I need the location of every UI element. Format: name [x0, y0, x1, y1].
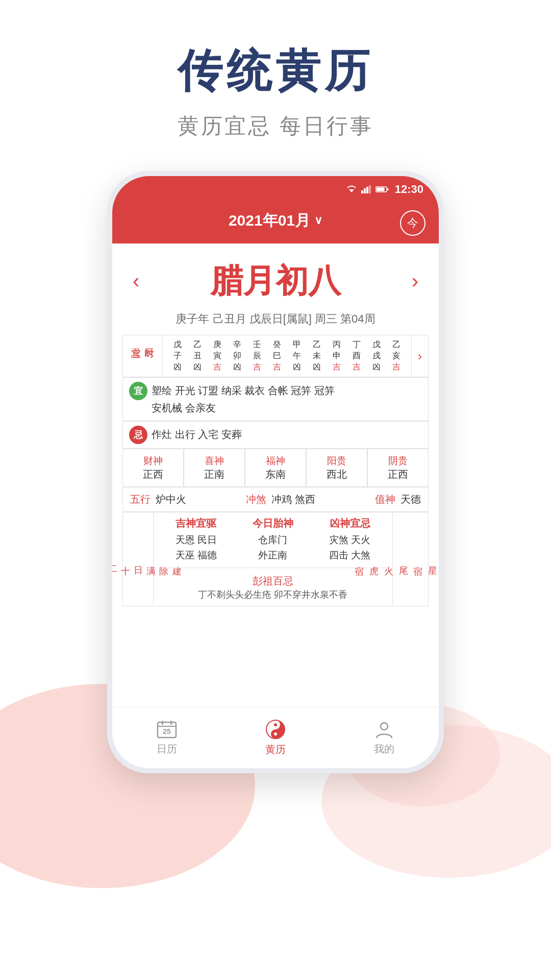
- xiong-shen-content: 灾煞 天火四击 大煞: [312, 532, 387, 564]
- god-fusheng-value: 东南: [247, 468, 304, 481]
- god-yanggui-value: 西北: [309, 468, 365, 481]
- jianchu-col: 建除满日十二神: [123, 512, 154, 606]
- svg-rect-3: [366, 187, 368, 193]
- dropdown-icon: ∨: [314, 214, 322, 227]
- yi-row: 宜 塑绘 开光 订盟 纳采 裁衣 合帐 冠笄 冠笄安机械 会亲友: [122, 377, 429, 421]
- today-button[interactable]: 今: [400, 210, 425, 236]
- ji-row: 忌 作灶 出行 入宅 安葬: [122, 421, 429, 449]
- zhishen-label: 值神: [375, 493, 395, 506]
- god-yingui: 阴贵 正西: [367, 449, 429, 487]
- yinyang-icon: [265, 719, 286, 740]
- peng-zu-block: 彭祖百忌 丁不剃头头必生疮 卯不穿井水泉不香: [159, 568, 387, 602]
- main-content: ‹ 腊月初八 › 庚子年 己丑月 戊辰日[属鼠] 周三 第04周 时辰宜忌: [112, 243, 439, 707]
- svg-rect-1: [361, 190, 363, 193]
- svg-marker-0: [349, 189, 354, 192]
- svg-rect-2: [364, 188, 366, 193]
- svg-point-14: [274, 723, 277, 726]
- svg-rect-10: [162, 721, 163, 725]
- yi-badge: 宜: [129, 382, 147, 400]
- day-header: ‹ 腊月初八 ›: [122, 243, 429, 308]
- status-bar: 12:30: [112, 176, 439, 203]
- tai-shen-content: 仓库门外正南: [236, 532, 311, 564]
- xiong-shen-block: 凶神宜忌 灾煞 天火四击 大煞: [312, 517, 387, 564]
- next-day-button[interactable]: ›: [412, 270, 418, 292]
- wuxing-row: 五行 炉中火 冲煞 冲鸡 煞西 值神 天德: [122, 487, 429, 512]
- nav-mine-label: 我的: [374, 742, 394, 756]
- peng-zu-content: 丁不剃头头必生疮 卯不穿井水泉不香: [159, 588, 387, 602]
- nav-huangli-label: 黄历: [265, 743, 286, 756]
- ji-badge: 忌: [129, 426, 147, 444]
- tai-shen-title: 今日胎神: [236, 517, 311, 530]
- calendar-icon: 25: [157, 720, 177, 739]
- shichen-row: 时辰宜忌 戊乙庚辛壬癸甲乙丙丁戊乙 子丑寅卯辰巳午未申酉戌亥 凶凶吉凶吉吉凶凶吉…: [123, 335, 429, 377]
- bottom-info-section: 建除满日十二神 吉神宜驱 天恩 民日天巫 福德 今日胎神 仓库: [122, 512, 429, 606]
- prev-day-button[interactable]: ‹: [133, 270, 139, 292]
- svg-rect-11: [170, 721, 172, 725]
- ji-shen-title: 吉神宜驱: [159, 517, 234, 530]
- wifi-icon: [346, 185, 357, 193]
- nav-calendar-label: 日历: [157, 742, 177, 756]
- zhishen-value: 天德: [400, 493, 421, 506]
- month-text: 2021年01月: [229, 210, 310, 231]
- god-xisheng-value: 正南: [186, 468, 242, 481]
- god-fusheng-name: 福神: [247, 454, 304, 468]
- yi-content: 塑绘 开光 订盟 纳采 裁衣 合帐 冠笄 冠笄安机械 会亲友: [152, 382, 422, 416]
- day-sub-info: 庚子年 己丑月 戊辰日[属鼠] 周三 第04周: [122, 308, 429, 335]
- xiong-shen-title: 凶神宜忌: [312, 517, 387, 530]
- app-month-header: 2021年01月 ∨ 今: [112, 203, 439, 243]
- month-display[interactable]: 2021年01月 ∨: [229, 210, 322, 231]
- bottom-nav: 25 日历 黄历: [112, 707, 439, 768]
- god-yanggui-name: 阳贵: [309, 454, 365, 468]
- status-icons: [346, 185, 389, 193]
- signal-icon: [361, 185, 371, 193]
- svg-rect-6: [376, 188, 384, 191]
- app-header-section: 传统黄历 黄历宜忌 每日行事: [0, 0, 551, 161]
- shichen-table: 时辰宜忌 戊乙庚辛壬癸甲乙丙丁戊乙 子丑寅卯辰巳午未申酉戌亥 凶凶吉凶吉吉凶凶吉…: [122, 335, 429, 377]
- nav-item-mine[interactable]: 我的: [330, 720, 439, 756]
- god-xisheng-name: 喜神: [186, 454, 242, 468]
- app-title: 传统黄历: [0, 41, 551, 102]
- god-caisheng-value: 正西: [125, 468, 181, 481]
- wuxing-value: 炉中火: [156, 493, 186, 506]
- peng-zu-title: 彭祖百忌: [159, 574, 387, 588]
- svg-point-16: [381, 723, 388, 730]
- middle-col: 吉神宜驱 天恩 民日天巫 福德 今日胎神 仓库门外正南 凶神宜忌 灾煞 天火四击…: [154, 512, 392, 606]
- god-fusheng: 福神 东南: [245, 449, 306, 487]
- nav-item-huangli[interactable]: 黄历: [221, 719, 330, 756]
- gods-row: 财神 正西 喜神 正南 福神 东南 阳贵 西北: [122, 449, 429, 487]
- svg-text:25: 25: [163, 727, 171, 736]
- god-yingui-value: 正西: [370, 468, 426, 481]
- phone-mockup: 12:30 2021年01月 ∨ 今 ‹ 腊月初八 › 庚子年 己: [107, 171, 444, 773]
- god-caisheng-name: 财神: [125, 454, 181, 468]
- svg-rect-7: [387, 188, 388, 190]
- xiu-col: 二八星宿尾火虎宿: [392, 512, 428, 606]
- svg-rect-9: [158, 726, 176, 727]
- battery-icon: [375, 186, 389, 193]
- god-xisheng: 喜神 正南: [184, 449, 245, 487]
- ji-shen-block: 吉神宜驱 天恩 民日天巫 福德: [159, 517, 234, 564]
- god-caisheng: 财神 正西: [122, 449, 184, 487]
- shichen-more-arrow[interactable]: ›: [418, 349, 422, 363]
- ji-shen-content: 天恩 民日天巫 福德: [159, 532, 234, 564]
- ji-content: 作灶 出行 入宅 安葬: [152, 426, 422, 443]
- wuxing-label: 五行: [130, 493, 151, 506]
- chong-label: 冲煞: [246, 493, 266, 506]
- person-icon: [374, 720, 394, 739]
- tai-shen-block: 今日胎神 仓库门外正南: [236, 517, 311, 564]
- phone-screen: 12:30 2021年01月 ∨ 今 ‹ 腊月初八 › 庚子年 己: [112, 176, 439, 768]
- god-yanggui: 阳贵 西北: [306, 449, 367, 487]
- app-subtitle: 黄历宜忌 每日行事: [0, 112, 551, 140]
- chong-value: 冲鸡 煞西: [271, 493, 315, 506]
- nav-item-calendar[interactable]: 25 日历: [112, 720, 221, 756]
- svg-point-15: [274, 732, 277, 736]
- shichen-grid: 戊乙庚辛壬癸甲乙丙丁戊乙 子丑寅卯辰巳午未申酉戌亥 凶凶吉凶吉吉凶凶吉吉凶吉: [168, 339, 406, 373]
- status-time: 12:30: [395, 183, 423, 196]
- lunar-day-name: 腊月初八: [210, 259, 341, 303]
- phone-container: 12:30 2021年01月 ∨ 今 ‹ 腊月初八 › 庚子年 己: [0, 171, 551, 773]
- god-yingui-name: 阴贵: [370, 454, 426, 468]
- svg-rect-4: [369, 185, 371, 193]
- shen-grid: 吉神宜驱 天恩 民日天巫 福德 今日胎神 仓库门外正南 凶神宜忌 灾煞 天火四击…: [159, 517, 387, 564]
